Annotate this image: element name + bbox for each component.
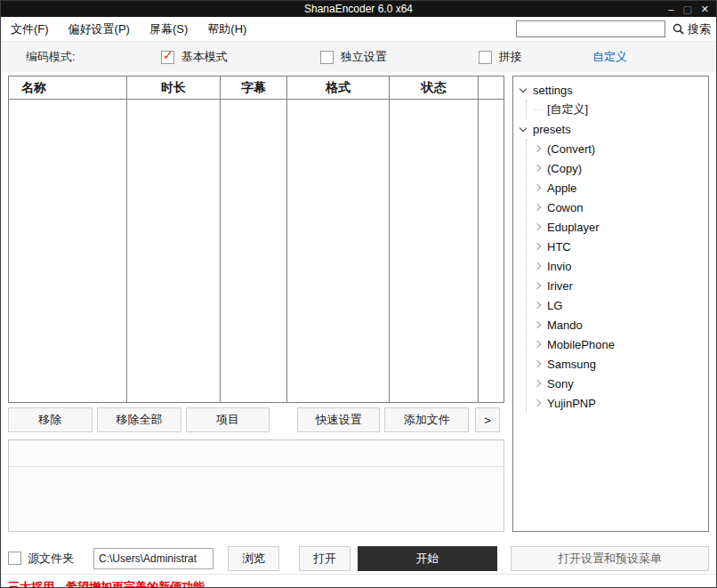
search-button[interactable]: 搜索 xyxy=(673,21,711,37)
menu-preferences[interactable]: 偏好设置(P) xyxy=(59,17,140,42)
open-button[interactable]: 打开 xyxy=(299,546,350,571)
column-header-duration[interactable]: 时长 xyxy=(127,77,221,99)
chevron-right-icon[interactable] xyxy=(534,302,541,309)
chevron-right-icon[interactable] xyxy=(534,243,541,250)
encode-mode-label: 编码模式: xyxy=(26,49,76,65)
tree-item-label: Invio xyxy=(547,260,571,273)
log-row xyxy=(9,440,504,467)
tree-item-apple[interactable]: Apple xyxy=(535,178,708,197)
tree-item-htc[interactable]: HTC xyxy=(535,237,708,256)
chevron-right-icon[interactable] xyxy=(534,165,541,172)
chevron-right-icon[interactable] xyxy=(534,223,541,230)
search-input[interactable] xyxy=(516,20,665,37)
column-header-format[interactable]: 格式 xyxy=(287,77,390,99)
bottom-bar: 源文件夹 浏览 打开 开始 打开设置和预设菜单 xyxy=(1,543,716,575)
checkbox-box xyxy=(479,51,492,64)
main-content: 名称 时长 字幕 格式 状态 移除 xyxy=(1,76,716,532)
tree-guide xyxy=(535,109,543,110)
tree-item-cowon[interactable]: Cowon xyxy=(535,197,708,217)
table-column xyxy=(221,100,287,402)
action-button-row: 移除 移除全部 项目 快速设置 添加文件 > xyxy=(8,407,504,432)
tree-item-copy[interactable]: (Copy) xyxy=(535,158,708,178)
menu-help[interactable]: 帮助(H) xyxy=(197,17,256,42)
project-button[interactable]: 项目 xyxy=(186,407,270,432)
encode-mode-toolbar: 编码模式: ✓ 基本模式 独立设置 拼接 自定义 xyxy=(1,42,716,72)
basic-mode-checkbox[interactable]: ✓ 基本模式 xyxy=(161,49,228,65)
tree-item-yujinpnp[interactable]: YujinPNP xyxy=(535,393,708,413)
column-header-name[interactable]: 名称 xyxy=(9,77,127,99)
tree-node-presets[interactable]: presets xyxy=(520,119,708,139)
tree-item-mando[interactable]: Mando xyxy=(535,315,708,334)
tree-node-label: presets xyxy=(533,123,571,136)
add-file-button[interactable]: 添加文件 xyxy=(384,407,469,432)
quick-settings-button[interactable]: 快速设置 xyxy=(297,407,381,432)
tree-item-samsung[interactable]: Samsung xyxy=(535,354,708,374)
maximize-button[interactable]: ▢ xyxy=(682,1,691,17)
customize-link[interactable]: 自定义 xyxy=(592,49,627,65)
chevron-right-icon[interactable] xyxy=(534,184,541,191)
tree-item-custom[interactable]: [自定义] xyxy=(535,100,708,119)
preset-tree: settings [自定义] presets (Convert) (Copy) … xyxy=(512,76,709,532)
tree-item-convert[interactable]: (Convert) xyxy=(535,139,708,158)
source-folder-checkbox[interactable]: 源文件夹 xyxy=(8,551,74,567)
remove-all-button[interactable]: 移除全部 xyxy=(97,407,182,432)
chevron-right-icon[interactable] xyxy=(534,204,541,211)
chevron-right-icon[interactable] xyxy=(534,380,541,387)
chevron-right-icon[interactable] xyxy=(534,341,541,348)
file-list-table: 名称 时长 字幕 格式 状态 xyxy=(8,76,504,403)
output-path-input[interactable] xyxy=(93,548,213,569)
close-button[interactable]: ✕ xyxy=(701,1,709,17)
tree-node-label: settings xyxy=(533,84,573,97)
tree-item-label: Eduplayer xyxy=(547,221,600,234)
tree-item-invio[interactable]: Invio xyxy=(535,256,708,276)
start-button[interactable]: 开始 xyxy=(358,546,497,571)
notice-marquee[interactable]: 三大採用，希望增加更完美的新便功能 xyxy=(8,579,205,588)
menu-file[interactable]: 文件(F) xyxy=(1,17,59,42)
tree-item-lg[interactable]: LG xyxy=(535,295,708,315)
table-column xyxy=(287,100,390,402)
tree-item-label: Cowon xyxy=(547,201,583,214)
tree-item-iriver[interactable]: Iriver xyxy=(535,276,708,295)
tree-item-label: Apple xyxy=(547,181,576,195)
column-header-filler xyxy=(479,77,504,99)
tree-item-mobilephone[interactable]: MobilePhone xyxy=(535,334,708,354)
more-button[interactable]: > xyxy=(475,407,500,432)
file-table-header: 名称 时长 字幕 格式 状态 xyxy=(9,77,504,100)
remove-button[interactable]: 移除 xyxy=(8,407,93,432)
tree-item-label: Iriver xyxy=(547,279,573,293)
tree-item-eduplayer[interactable]: Eduplayer xyxy=(535,217,708,237)
tree-item-sony[interactable]: Sony xyxy=(535,374,708,393)
left-column: 名称 时长 字幕 格式 状态 移除 xyxy=(8,76,504,532)
column-header-status[interactable]: 状态 xyxy=(390,77,479,99)
column-header-subtitle[interactable]: 字幕 xyxy=(221,77,287,99)
browse-button[interactable]: 浏览 xyxy=(228,546,279,571)
chevron-down-icon[interactable] xyxy=(520,85,527,92)
menu-screen[interactable]: 屏幕(S) xyxy=(140,17,197,42)
tree-item-label: Sony xyxy=(547,377,574,391)
tree-item-label: YujinPNP xyxy=(547,397,596,410)
preset-menu-button[interactable]: 打开设置和预设菜单 xyxy=(511,546,709,571)
log-area[interactable] xyxy=(8,439,504,532)
chevron-right-icon[interactable] xyxy=(534,262,541,270)
chevron-right-icon[interactable] xyxy=(534,282,541,289)
tree-item-label: Mando xyxy=(547,318,583,332)
tree-node-settings[interactable]: settings xyxy=(520,80,708,100)
tree-item-label: (Copy) xyxy=(547,162,582,175)
window-controls: – ▢ ✕ xyxy=(668,1,716,17)
tree-item-label: LG xyxy=(547,299,562,312)
independent-settings-label: 独立设置 xyxy=(341,49,387,65)
table-column xyxy=(9,100,127,402)
menu-bar: 文件(F) 偏好设置(P) 屏幕(S) 帮助(H) 搜索 xyxy=(1,17,716,42)
settings-children: [自定义] xyxy=(526,100,708,119)
join-checkbox[interactable]: 拼接 xyxy=(479,49,522,65)
chevron-right-icon[interactable] xyxy=(534,360,541,367)
file-table-body[interactable] xyxy=(9,100,504,402)
chevron-right-icon[interactable] xyxy=(534,321,541,328)
minimize-button[interactable]: – xyxy=(668,1,673,17)
app-window: ShanaEncoder 6.0 x64 – ▢ ✕ 文件(F) 偏好设置(P)… xyxy=(0,0,717,588)
independent-settings-checkbox[interactable]: 独立设置 xyxy=(320,49,387,65)
chevron-right-icon[interactable] xyxy=(534,399,541,407)
chevron-right-icon[interactable] xyxy=(534,145,541,152)
chevron-down-icon[interactable] xyxy=(520,124,527,131)
table-column xyxy=(479,100,504,402)
